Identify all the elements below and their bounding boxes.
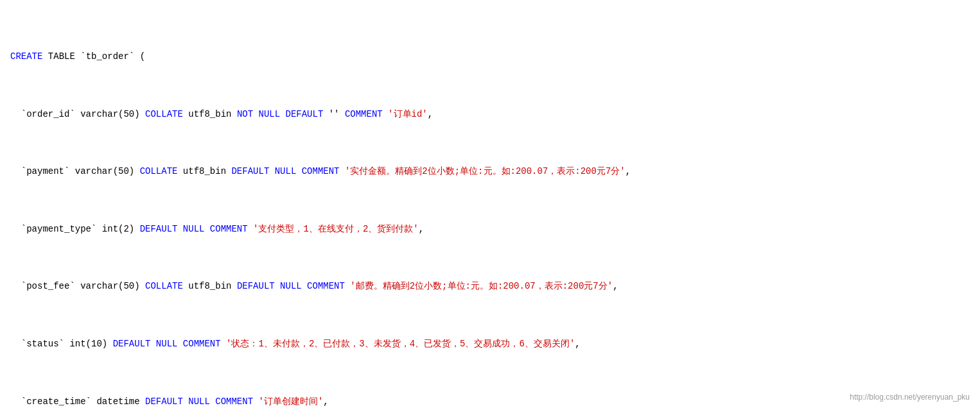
line-3: `payment` varchar(50) COLLATE utf8_bin D…	[10, 164, 970, 178]
line-4: `payment_type` int(2) DEFAULT NULL COMME…	[10, 222, 970, 236]
line-1: CREATE TABLE `tb_order` (	[10, 49, 970, 64]
line-7: `create_time` datetime DEFAULT NULL COMM…	[10, 395, 970, 408]
line-2: `order_id` varchar(50) COLLATE utf8_bin …	[10, 107, 970, 121]
line-6: `status` int(10) DEFAULT NULL COMMENT '状…	[10, 337, 970, 351]
watermark: http://blog.csdn.net/yerenyuan_pku	[850, 393, 970, 402]
line-5: `post_fee` varchar(50) COLLATE utf8_bin …	[10, 279, 970, 293]
code-block: CREATE TABLE `tb_order` ( `order_id` var…	[10, 6, 970, 408]
code-container: CREATE TABLE `tb_order` ( `order_id` var…	[0, 0, 980, 408]
